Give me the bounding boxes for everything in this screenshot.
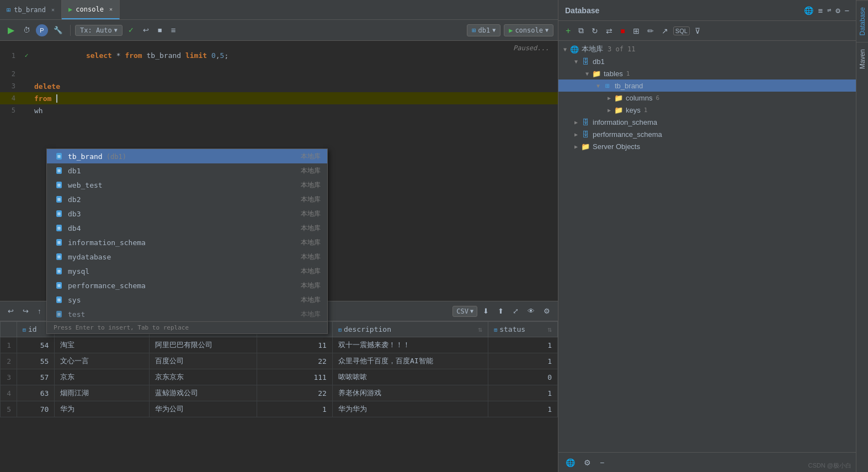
run-button[interactable]: ▶ [4,23,18,38]
table-row[interactable]: 1 54 淘宝 阿里巴巴有限公司 11 双十一震撼来袭！！！ 1 [1,337,558,353]
db-edit-button[interactable]: ✏ [645,25,657,37]
globe-icon[interactable]: 🌐 [804,6,813,15]
db-panel-title: Database [565,6,599,15]
ac-item-db1[interactable]: ⊞ db1 本地库 [47,163,327,178]
db-bottom-settings-button[interactable]: ⚙ [581,457,594,469]
table-row[interactable]: 3 57 京东 京东京东 111 哝哝哝哝 0 [1,369,558,385]
ac-name-mysql: mysql [68,267,290,275]
clock-button[interactable]: ⏱ [20,24,34,36]
tab-tb-brand[interactable]: ⊞ tb_brand ✕ [0,0,62,19]
check-button[interactable]: ✓ [125,24,137,36]
tree-item-tables[interactable]: ▼ 📁 tables 1 [558,67,856,79]
tree-item-root[interactable]: ▼ 🌐 本地库 3 of 11 [558,43,856,55]
table-body: 1 54 淘宝 阿里巴巴有限公司 11 双十一震撼来袭！！！ 1 2 55 [1,337,558,417]
cell-brand-3: 京东 [55,369,150,385]
tree-item-information-schema[interactable]: ▶ 🗄 information_schema [558,116,856,128]
ac-item-performance-schema[interactable]: ⊞ performance_schema 本地库 [47,278,327,293]
db-panel-header: Database 🌐 ≡ ⇌ ⚙ − [558,0,856,21]
line-num-4: 4 [0,94,21,102]
col-header-status[interactable]: ⊞status ⇅ [488,322,558,337]
ac-item-mydatabase[interactable]: ⊞ mydatabase 本地库 [47,250,327,264]
settings-button[interactable]: 🔧 [50,24,66,36]
ac-item-information-schema[interactable]: ⊞ information_schema 本地库 [47,235,327,250]
db-settings-icon[interactable]: ⚙ [835,6,840,15]
editor-area[interactable]: 1 ✓ select * from tb_brand limit 0,5; 2 … [0,41,558,472]
line-code-3: delete [32,82,558,91]
tree-item-db1[interactable]: ▼ 🗄 db1 [558,55,856,67]
tree-label-root: 本地库 [582,44,603,54]
result-settings-button[interactable]: ⚙ [540,305,553,317]
db-sync-button[interactable]: ⇄ [603,25,615,37]
db-copy-button[interactable]: ⧉ [576,24,587,37]
undo-button[interactable]: ↩ [140,24,152,36]
tree-item-tb-brand[interactable]: ▼ ⊞ tb_brand [558,79,856,92]
tab-tb-brand-close[interactable]: ✕ [51,7,55,13]
tree-arrow-server-objects: ▶ [572,144,581,150]
cell-ordered-4: 22 [257,385,332,401]
format-button[interactable]: ≡ [168,23,179,37]
download-button[interactable]: ⬇ [480,305,492,317]
db-filter-button[interactable]: ⊽ [692,25,703,37]
result-table[interactable]: ⊞id ⊞brand_name ⇅ ⊞company_name ⇅ [0,321,558,472]
p-button[interactable]: P [36,24,48,36]
db-jump-button[interactable]: ↗ [659,25,671,37]
upload-button[interactable]: ⬆ [494,305,507,317]
table-row[interactable]: 2 55 文心一言 百度公司 22 众里寻他千百度，百度AI智能 1 [1,353,558,369]
ac-item-tb-brand[interactable]: ⊞ tb_brand (db1) 本地库 [47,149,327,163]
ac-item-db4[interactable]: ⊞ db4 本地库 [47,221,327,235]
tree-item-server-objects[interactable]: ▶ 📁 Server Objects [558,140,856,152]
jump-button[interactable]: ⤢ [509,305,522,317]
result-toolbar-right: CSV ▼ ⬇ ⬆ ⤢ 👁 ⚙ [452,305,553,317]
tx-dropdown[interactable]: Tx: Auto ▼ [75,25,123,36]
ac-db-icon-db4: ⊞ [54,224,65,232]
tab-console[interactable]: ▶ console ✕ [62,0,120,19]
db-tree[interactable]: ▼ 🌐 本地库 3 of 11 ▼ 🗄 db1 ▼ 📁 tables 1 ▼ [558,41,856,452]
ac-db-icon-info-schema: ⊞ [54,238,65,247]
ac-item-test[interactable]: ⊞ test 本地库 [47,307,327,321]
tree-item-keys[interactable]: ▶ 📁 keys 1 [558,104,856,116]
col-icon-id: ⊞ [23,327,26,333]
result-up-button[interactable]: ↑ [34,305,45,317]
db-stop-button[interactable]: ■ [617,25,627,37]
ac-item-web-test[interactable]: ⊞ web_test 本地库 [47,178,327,192]
tree-item-performance-schema[interactable]: ▶ 🗄 performance_schema [558,128,856,140]
vertical-tab-maven[interactable]: Maven [856,42,869,76]
db-add-button[interactable]: + [563,24,573,38]
split-icon[interactable]: ⇌ [827,6,831,15]
cell-status-2: 1 [488,353,558,369]
table-row[interactable]: 4 63 烟雨江湖 蓝鲸游戏公司 22 养老休闲游戏 1 [1,385,558,401]
tree-item-columns[interactable]: ▶ 📁 columns 6 [558,92,856,104]
col-icon-status: ⊞ [494,327,497,333]
result-redo-button[interactable]: ↪ [19,305,32,317]
cell-ordered-5: 1 [257,401,332,417]
autocomplete-dropdown[interactable]: ⊞ tb_brand (db1) 本地库 ⊞ db1 本地库 [46,149,328,334]
vertical-tab-database[interactable]: Database [856,0,869,42]
db-minimize-icon[interactable]: − [845,6,849,15]
db-refresh-button[interactable]: ↻ [589,25,601,37]
tree-icon-server-objects: 📁 [581,142,590,151]
tree-icon-tables: 📁 [592,70,601,78]
ac-item-db3[interactable]: ⊞ db3 本地库 [47,206,327,221]
ac-source-db4: 本地库 [290,224,321,233]
result-undo-button[interactable]: ↩ [4,305,17,317]
list-icon[interactable]: ≡ [818,6,822,15]
tree-arrow-db1: ▼ [572,59,581,65]
col-header-description[interactable]: ⊞description ⇅ [332,322,488,337]
table-row[interactable]: 5 70 华为 华为公司 1 华为华为 1 [1,401,558,417]
ac-item-db2[interactable]: ⊞ db2 本地库 [47,192,327,206]
cell-brand-2: 文心一言 [55,353,150,369]
db-bottom-globe-button[interactable]: 🌐 [563,457,578,469]
ac-item-mysql[interactable]: ⊞ mysql 本地库 [47,264,327,278]
db1-selector[interactable]: ⊞ db1 ▼ [467,24,500,36]
ac-item-sys[interactable]: ⊞ sys 本地库 [47,293,327,307]
cell-company-4: 蓝鲸游戏公司 [150,385,257,401]
db-sql-button[interactable]: SQL [673,26,690,35]
db-bottom-minimize-button[interactable]: − [597,457,607,469]
console-selector[interactable]: ▶ console ▼ [504,24,553,36]
db-table-button[interactable]: ⊞ [630,25,642,37]
tab-console-close[interactable]: ✕ [109,6,113,12]
stop-button[interactable]: ■ [155,24,166,36]
ac-name-performance-schema: performance_schema [68,282,290,290]
eye-button[interactable]: 👁 [524,305,538,317]
csv-dropdown[interactable]: CSV ▼ [452,306,477,317]
